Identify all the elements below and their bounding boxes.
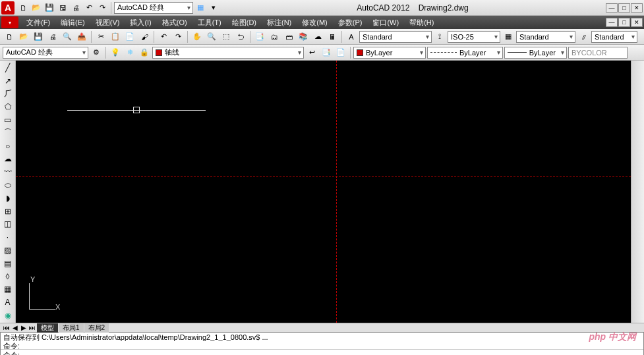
region-tool[interactable]: ◊: [2, 271, 14, 283]
plot-icon[interactable]: 🖨: [70, 2, 82, 14]
dim-style-selector[interactable]: ISO-25: [448, 31, 500, 43]
linetype-selector[interactable]: ByLayer: [427, 47, 503, 59]
arc-tool[interactable]: ⌒: [2, 127, 14, 139]
layer-iso-icon[interactable]: 📑: [320, 46, 333, 59]
preview-button[interactable]: 🔍: [61, 30, 74, 43]
new-button[interactable]: 🗋: [3, 30, 16, 43]
layer-prev-icon[interactable]: ↩: [305, 46, 318, 59]
table-tool[interactable]: ▦: [2, 284, 14, 296]
tab-next-icon[interactable]: ▶: [20, 324, 28, 331]
zoom-prev-button[interactable]: ⮌: [234, 30, 247, 43]
maximize-button[interactable]: □: [618, 3, 630, 13]
cut-button[interactable]: ✂: [94, 30, 107, 43]
menu-edit[interactable]: 编辑(E): [55, 16, 90, 29]
open-icon[interactable]: 📂: [30, 2, 42, 14]
mdi-close-button[interactable]: ✕: [631, 18, 643, 27]
copy-button[interactable]: 📋: [109, 30, 122, 43]
xline-tool[interactable]: ↗: [2, 75, 14, 87]
grid-toggle-icon[interactable]: ▦: [194, 2, 206, 14]
tablestyle-icon[interactable]: ▦: [502, 30, 515, 43]
line-tool[interactable]: ╱: [2, 62, 14, 74]
block-tool[interactable]: ◫: [2, 219, 14, 231]
redo-icon[interactable]: ↷: [96, 2, 108, 14]
lineweight-selector[interactable]: ByLayer: [504, 47, 567, 59]
color-selector[interactable]: ByLayer: [353, 47, 426, 59]
saveas-icon[interactable]: 🖫: [57, 2, 69, 14]
revcloud-tool[interactable]: ☁: [2, 153, 14, 165]
mdi-maximize-button[interactable]: □: [618, 18, 630, 27]
mlinestyle-icon[interactable]: ⫽: [577, 30, 590, 43]
mdi-minimize-button[interactable]: —: [606, 18, 618, 27]
addselect-tool[interactable]: ◉: [2, 310, 14, 321]
save-icon[interactable]: 💾: [44, 2, 55, 14]
text-style-selector[interactable]: Standard: [359, 31, 432, 43]
undo-icon[interactable]: ↶: [83, 2, 95, 14]
table-style-selector[interactable]: Standard: [516, 31, 575, 43]
layer-freeze-icon[interactable]: ❄: [123, 46, 136, 59]
tab-last-icon[interactable]: ⏭: [28, 324, 36, 331]
new-icon[interactable]: 🗋: [17, 2, 29, 14]
menu-window[interactable]: 窗口(W): [367, 16, 404, 29]
tab-layout1[interactable]: 布局1: [59, 323, 84, 333]
menu-parametric[interactable]: 参数(P): [333, 16, 368, 29]
circle-tool[interactable]: ○: [2, 140, 14, 152]
dimstyle-icon[interactable]: ⟟: [433, 30, 446, 43]
close-button[interactable]: ✕: [631, 3, 643, 13]
menu-app-button[interactable]: ▾: [1, 16, 18, 28]
mtext-tool[interactable]: A: [2, 296, 14, 308]
undo-button[interactable]: ↶: [157, 30, 170, 43]
mline-style-selector[interactable]: Standard: [591, 31, 637, 43]
polyline-tool[interactable]: ⺁: [2, 88, 14, 100]
command-input[interactable]: [21, 351, 641, 356]
menu-view[interactable]: 视图(V): [90, 16, 125, 29]
markup-button[interactable]: ☁: [311, 30, 324, 43]
layer-props-icon[interactable]: 💡: [109, 46, 122, 59]
menu-help[interactable]: 帮助(H): [404, 16, 439, 29]
layer-make-icon[interactable]: 📄: [334, 46, 347, 59]
tab-prev-icon[interactable]: ◀: [11, 324, 19, 331]
toolpalette-button[interactable]: 🗃: [282, 30, 295, 43]
menu-modify[interactable]: 修改(M): [297, 16, 333, 29]
menu-tools[interactable]: 工具(T): [192, 16, 227, 29]
command-line[interactable]: 命令:: [1, 350, 643, 355]
designcenter-button[interactable]: 🗂: [268, 30, 281, 43]
save-button[interactable]: 💾: [32, 30, 45, 43]
properties-button[interactable]: 📑: [253, 30, 266, 43]
layer-selector[interactable]: 轴线: [152, 47, 304, 59]
layer-lock-icon[interactable]: 🔒: [138, 46, 151, 59]
rectangle-tool[interactable]: ▭: [2, 114, 14, 126]
tab-model[interactable]: 模型: [37, 323, 58, 333]
menu-draw[interactable]: 绘图(D): [227, 16, 262, 29]
ellipsearc-tool[interactable]: ◗: [2, 192, 14, 204]
zoom-button[interactable]: 🔍: [205, 30, 218, 43]
app-logo[interactable]: A: [1, 1, 15, 14]
insert-tool[interactable]: ⊞: [2, 205, 14, 217]
drawing-canvas[interactable]: Y X: [16, 61, 631, 323]
workspace-settings-icon[interactable]: ⚙: [90, 46, 103, 59]
matchprop-button[interactable]: 🖌: [138, 30, 151, 43]
menu-dimension[interactable]: 标注(N): [262, 16, 297, 29]
paste-button[interactable]: 📄: [123, 30, 136, 43]
publish-button[interactable]: 📤: [75, 30, 88, 43]
menu-file[interactable]: 文件(F): [21, 16, 55, 29]
sheetset-button[interactable]: 📚: [297, 30, 310, 43]
qat-dropdown-icon[interactable]: ▾: [208, 2, 220, 14]
right-scrollbar[interactable]: [631, 61, 644, 323]
ellipse-tool[interactable]: ⬭: [2, 179, 14, 191]
plot-button[interactable]: 🖨: [46, 30, 59, 43]
point-tool[interactable]: ·: [2, 231, 14, 243]
textstyle-icon[interactable]: A: [345, 30, 358, 43]
hatch-tool[interactable]: ▨: [2, 244, 14, 256]
polygon-tool[interactable]: ⬠: [2, 101, 14, 113]
pan-button[interactable]: ✋: [190, 30, 204, 43]
spline-tool[interactable]: 〰: [2, 166, 14, 178]
open-button[interactable]: 📂: [17, 30, 30, 43]
tab-first-icon[interactable]: ⏮: [3, 324, 11, 331]
zoom-window-button[interactable]: ⬚: [220, 30, 233, 43]
workspace-selector-top[interactable]: AutoCAD 经典: [114, 2, 193, 14]
calc-button[interactable]: 🖩: [326, 30, 339, 43]
redo-button[interactable]: ↷: [171, 30, 185, 43]
tab-layout2[interactable]: 布局2: [84, 323, 109, 333]
menu-format[interactable]: 格式(O): [157, 16, 192, 29]
minimize-button[interactable]: —: [606, 3, 618, 13]
